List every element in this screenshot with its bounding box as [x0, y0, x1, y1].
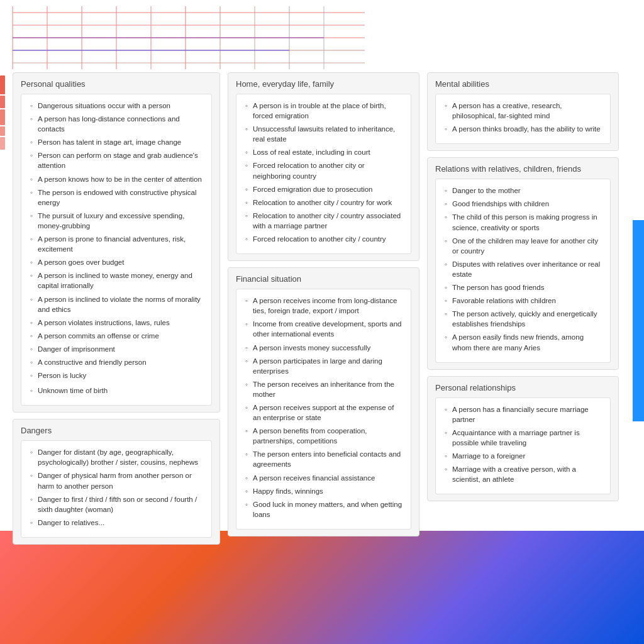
personal-relationships-title: Personal relationships [435, 383, 611, 392]
list-item: Danger to first / third / fifth son or s… [29, 494, 204, 514]
list-item: The person receives an inheritance from … [244, 379, 403, 399]
personal-relationships-inner: A person has a financially secure marria… [435, 397, 611, 495]
list-item: Marriage to a foreigner [443, 451, 602, 461]
personal-relationships-card: Personal relationships A person has a fi… [427, 376, 619, 502]
list-item: A person receives support at the expense… [244, 402, 403, 423]
list-item: Unsuccessful lawsuits related to inherit… [244, 124, 403, 144]
list-item: Forced emigration due to prosecution [244, 184, 403, 194]
list-item: A person is inclined to violate the norm… [29, 294, 204, 314]
list-item: A person receives financial assistance [244, 473, 403, 483]
personal-qualities-list: Dangerous situations occur with a person… [29, 101, 204, 396]
list-item: Income from creative development, sports… [244, 319, 403, 339]
dangers-title: Dangers [21, 426, 212, 435]
list-item: Danger of imprisonment [29, 344, 204, 354]
list-item: Person is lucky [29, 370, 204, 380]
dangers-inner: Danger for distant (by age, geographical… [21, 440, 212, 538]
list-item: The child of this person is making progr… [443, 212, 602, 232]
personal-qualities-title: Personal qualities [21, 79, 212, 89]
financial-list: A person receives income from long-dista… [244, 296, 403, 519]
list-item: Disputes with relatives over inheritance… [443, 259, 602, 279]
list-item: A person participates in large and darin… [244, 356, 403, 376]
list-item: Danger to the mother [443, 186, 602, 196]
list-item: A person easily finds new friends, among… [443, 332, 602, 352]
list-item: Danger for distant (by age, geographical… [29, 447, 204, 467]
column-1: Personal qualities Dangerous situations … [13, 72, 220, 631]
financial-title: Financial situation [236, 274, 411, 284]
list-item: Unknown time of birth [29, 386, 204, 396]
list-item: A person violates instructions, laws, ru… [29, 318, 204, 328]
home-family-card: Home, everyday life, family A person is … [228, 72, 419, 261]
list-item: Person has talent in stage art, image ch… [29, 137, 204, 147]
personal-qualities-card: Personal qualities Dangerous situations … [13, 72, 220, 413]
mental-abilities-inner: A person has a creative, research, philo… [435, 94, 611, 144]
list-item: A person receives income from long-dista… [244, 296, 403, 316]
relations-title: Relations with relatives, children, frie… [435, 164, 611, 174]
list-item: Marriage with a creative person, with a … [443, 464, 602, 484]
list-item: A person commits an offense or crime [29, 331, 204, 341]
relations-card: Relations with relatives, children, frie… [427, 157, 619, 369]
home-family-list: A person is in trouble at the place of b… [244, 101, 403, 244]
financial-card: Financial situation A person receives in… [228, 267, 419, 536]
list-item: The person enters into beneficial contac… [244, 449, 403, 469]
list-item: The person is endowed with constructive … [29, 187, 204, 208]
mental-abilities-title: Mental abilities [435, 79, 611, 89]
red-accent-bars [0, 75, 8, 151]
home-family-title: Home, everyday life, family [236, 79, 411, 89]
relations-inner: Danger to the mother Good friendships wi… [435, 179, 611, 362]
list-item: Good friendships with children [443, 199, 602, 209]
list-item: A constructive and friendly person [29, 357, 204, 367]
list-item: Dangerous situations occur with a person [29, 101, 204, 111]
home-family-inner: A person is in trouble at the place of b… [236, 94, 411, 254]
list-item: Relocation to another city / country ass… [244, 211, 403, 231]
dangers-list: Danger for distant (by age, geographical… [29, 447, 204, 528]
personal-relationships-list: A person has a financially secure marria… [443, 404, 602, 485]
list-item: A person thinks broadly, has the ability… [443, 124, 602, 134]
list-item: Danger to relatives... [29, 518, 204, 528]
list-item: The person has good friends [443, 282, 602, 292]
personal-qualities-inner: Dangerous situations occur with a person… [21, 94, 212, 406]
list-item: A person invests money successfully [244, 343, 403, 353]
list-item: A person goes over budget [29, 257, 204, 267]
list-item: A person has a financially secure marria… [443, 404, 602, 425]
list-item separator: The person actively, quickly and energet… [443, 309, 602, 329]
list-item: Forced relocation to another city / coun… [244, 234, 403, 244]
list-item: Loss of real estate, including in court [244, 147, 403, 157]
blue-accent-bar [633, 220, 644, 421]
list-item: A person knows how to be in the center o… [29, 174, 204, 184]
main-content: Personal qualities Dangerous situations … [13, 72, 631, 631]
list-item: Happy finds, winnings [244, 486, 403, 496]
mental-abilities-list: A person has a creative, research, philo… [443, 101, 602, 134]
list-item: Good luck in money matters, and when get… [244, 499, 403, 519]
list-item: Danger of physical harm from another per… [29, 470, 204, 491]
list-item: A person benefits from cooperation, part… [244, 426, 403, 446]
column-3: Mental abilities A person has a creative… [427, 72, 619, 631]
list-item: Person can perform on stage and grab aud… [29, 150, 204, 170]
financial-inner: A person receives income from long-dista… [236, 289, 411, 530]
list-item separator: Relocation to another city / country for… [244, 197, 403, 208]
grid-decoration [0, 0, 644, 75]
mental-abilities-card: Mental abilities A person has a creative… [427, 72, 619, 151]
list-item: One of the children may leave for anothe… [443, 236, 602, 256]
dangers-card: Dangers Danger for distant (by age, geog… [13, 419, 220, 545]
list-item: Acquaintance with a marriage partner is … [443, 428, 602, 448]
list-item: Favorable relations with children [443, 296, 602, 306]
relations-list: Danger to the mother Good friendships wi… [443, 186, 602, 352]
list-item: A person has a creative, research, philo… [443, 101, 602, 121]
list-item: A person is inclined to waste money, ene… [29, 270, 204, 291]
column-2: Home, everyday life, family A person is … [228, 72, 419, 631]
list-item: The pursuit of luxury and excessive spen… [29, 211, 204, 231]
list-item: A person is in trouble at the place of b… [244, 101, 403, 121]
list-item: Forced relocation to another city or nei… [244, 160, 403, 180]
list-item: A person has long-distance connections a… [29, 114, 204, 134]
list-item: A person is prone to financial adventure… [29, 234, 204, 254]
